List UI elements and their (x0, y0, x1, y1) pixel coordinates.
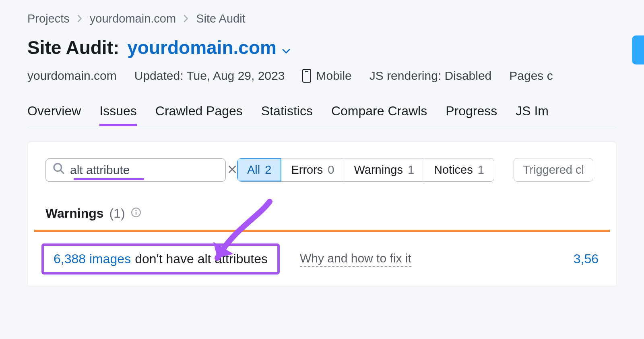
title-label: Site Audit: (27, 37, 119, 58)
issue-description: don't have alt attributes (135, 252, 268, 266)
filter-label: Warnings (354, 163, 402, 177)
svg-rect-4 (135, 212, 136, 215)
filter-label: Notices (434, 163, 473, 177)
issue-highlighted-box: 6,388 images don't have alt attributes (41, 243, 280, 275)
tab-compare-crawls[interactable]: Compare Crawls (331, 104, 427, 126)
tab-issues[interactable]: Issues (99, 104, 136, 126)
filter-count: 1 (478, 163, 484, 177)
svg-point-3 (135, 210, 136, 211)
chevron-right-icon (77, 12, 83, 25)
chevron-down-icon (282, 37, 290, 58)
domain-dropdown[interactable]: yourdomain.com (127, 37, 290, 58)
filter-errors-button[interactable]: Errors 0 (281, 158, 344, 181)
tabs: Overview Issues Crawled Pages Statistics… (27, 104, 617, 126)
issue-count-link[interactable]: 6,388 images (54, 252, 131, 266)
meta-updated: Updated: Tue, Aug 29, 2023 (134, 69, 285, 83)
filter-count: 0 (328, 163, 334, 177)
filter-label: All (247, 163, 260, 177)
section-label: Warnings (45, 206, 104, 221)
tab-statistics[interactable]: Statistics (261, 104, 313, 126)
tab-crawled-pages[interactable]: Crawled Pages (155, 104, 243, 126)
why-and-how-link[interactable]: Why and how to fix it (300, 252, 411, 267)
breadcrumb-item[interactable]: yourdomain.com (90, 12, 176, 25)
issue-right-number[interactable]: 3,56 (574, 252, 599, 266)
domain-name: yourdomain.com (127, 37, 277, 58)
clear-search-button[interactable] (228, 164, 237, 177)
breadcrumb: Projects yourdomain.com Site Audit (27, 12, 617, 25)
meta-device: Mobile (302, 69, 351, 83)
tab-overview[interactable]: Overview (27, 104, 81, 126)
tab-progress[interactable]: Progress (446, 104, 497, 126)
meta-pages: Pages c (509, 69, 553, 83)
tab-js-impact[interactable]: JS Im (516, 104, 549, 126)
filter-segment: All 2 Errors 0 Warnings 1 Notices 1 (237, 158, 494, 182)
meta-device-label: Mobile (316, 69, 351, 83)
search-icon (52, 162, 65, 178)
meta-domain: yourdomain.com (27, 69, 117, 83)
side-action-button[interactable] (632, 35, 644, 64)
issues-panel: All 2 Errors 0 Warnings 1 Notices 1 Trig… (27, 141, 617, 286)
breadcrumb-item[interactable]: Projects (27, 12, 70, 25)
warnings-heading: Warnings (1) (28, 206, 616, 230)
breadcrumb-item[interactable]: Site Audit (196, 12, 246, 25)
filter-row: All 2 Errors 0 Warnings 1 Notices 1 Trig… (28, 158, 616, 206)
filter-warnings-button[interactable]: Warnings 1 (344, 158, 424, 181)
chevron-right-icon (183, 12, 189, 25)
filter-all-button[interactable]: All 2 (237, 158, 281, 181)
meta-js: JS rendering: Disabled (369, 69, 492, 83)
issue-row: 6,388 images don't have alt attributes W… (28, 232, 616, 286)
section-count: (1) (109, 206, 125, 221)
annotation-underline (74, 178, 144, 180)
info-icon[interactable] (131, 206, 141, 221)
filter-label: Errors (291, 163, 323, 177)
svg-line-1 (61, 171, 64, 173)
page-title: Site Audit: yourdomain.com (27, 37, 617, 58)
filter-count: 1 (408, 163, 414, 177)
mobile-icon (302, 69, 311, 83)
filter-count: 2 (265, 163, 271, 177)
meta-row: yourdomain.com Updated: Tue, Aug 29, 202… (27, 69, 617, 83)
filter-notices-button[interactable]: Notices 1 (424, 158, 494, 181)
search-input[interactable] (65, 163, 228, 177)
triggered-checks-button[interactable]: Triggered cl (514, 158, 593, 182)
